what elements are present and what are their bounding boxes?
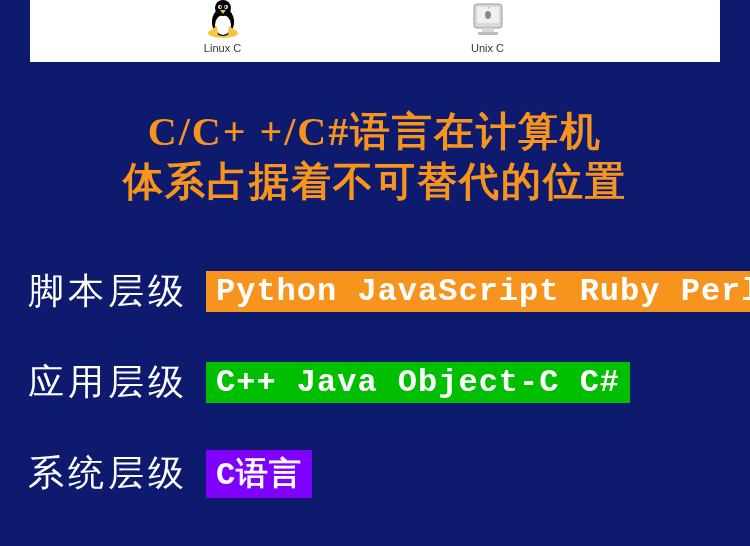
heading-line-1: C/C+ +/C#语言在计算机 xyxy=(0,107,750,157)
top-os-banner: Linux C Unix C xyxy=(30,0,720,62)
unix-icon xyxy=(465,0,510,40)
layer-row-script: 脚本层级 Python JavaScript Ruby Perl xyxy=(28,267,750,316)
os-item-linux: Linux C xyxy=(200,0,245,54)
main-heading: C/C+ +/C#语言在计算机 体系占据着不可替代的位置 xyxy=(0,107,750,207)
layer-label-system: 系统层级 xyxy=(28,449,188,498)
svg-point-7 xyxy=(224,6,226,8)
svg-rect-11 xyxy=(478,32,498,35)
unix-label: Unix C xyxy=(471,42,504,54)
svg-rect-10 xyxy=(482,28,494,32)
os-item-unix: Unix C xyxy=(465,0,510,54)
heading-line-2: 体系占据着不可替代的位置 xyxy=(0,157,750,207)
layer-value-script: Python JavaScript Ruby Perl xyxy=(206,271,750,312)
linux-icon xyxy=(200,0,245,40)
linux-label: Linux C xyxy=(204,42,241,54)
layer-row-app: 应用层级 C++ Java Object-C C# xyxy=(28,358,750,407)
svg-point-6 xyxy=(219,6,221,8)
layer-list: 脚本层级 Python JavaScript Ruby Perl 应用层级 C+… xyxy=(0,267,750,498)
layer-value-system: C语言 xyxy=(206,450,312,498)
layer-row-system: 系统层级 C语言 xyxy=(28,449,750,498)
layer-label-app: 应用层级 xyxy=(28,358,188,407)
layer-label-script: 脚本层级 xyxy=(28,267,188,316)
layer-value-app: C++ Java Object-C C# xyxy=(206,362,630,403)
